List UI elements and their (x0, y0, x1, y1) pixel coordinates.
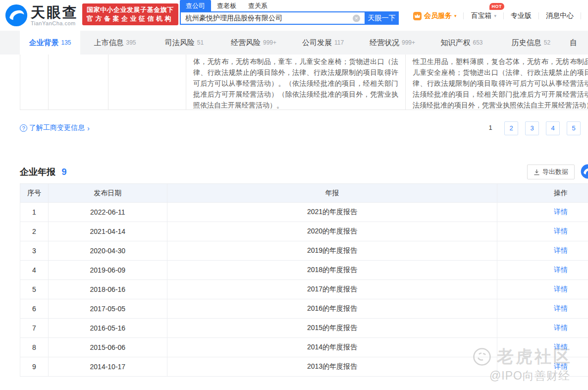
nav-tab-operation-status[interactable]: 经营状况999+ (358, 31, 427, 55)
nav-tab-operation-risk[interactable]: 经营风险999+ (219, 31, 288, 55)
detail-link[interactable]: 详情 (554, 208, 568, 217)
hot-badge: HOT (489, 3, 505, 10)
export-data-button[interactable]: 导出数据 (527, 165, 575, 179)
annual-report-table: 序号 发布日期 年报 操作 1 2022-06-11 2021的年度报告 详情 … (20, 183, 588, 377)
section-count: 9 (61, 167, 66, 177)
tianyancha-eye-icon (5, 4, 28, 27)
change-cell-empty (20, 55, 49, 110)
row-index: 7 (20, 319, 49, 337)
tab-search-boss[interactable]: 查老板 (211, 0, 242, 11)
menu-treasure-label: 百宝箱 (471, 11, 491, 20)
detail-link[interactable]: 详情 (554, 304, 568, 313)
detail-link[interactable]: 详情 (554, 343, 568, 352)
detail-link[interactable]: 详情 (554, 362, 568, 371)
table-row: 1 2022-06-11 2021的年度报告 详情 (20, 203, 588, 222)
main-content: 体，无纺布，无纺布制品，童车，儿童安全座椅；货物进出口（法律、行政法规禁止的项目… (0, 55, 588, 390)
tab-search-company[interactable]: 查公司 (180, 0, 211, 11)
row-index: 6 (20, 299, 49, 318)
crown-icon (413, 12, 422, 20)
change-cell-empty (49, 55, 108, 110)
menu-divider (463, 12, 464, 19)
annual-report-section-head: 企业年报 9 导出数据 (20, 166, 588, 184)
nav-tab-listing-info[interactable]: 上市信息395 (80, 31, 150, 55)
row-index: 1 (20, 203, 49, 222)
col-header-report: 年报 (167, 184, 497, 202)
change-cell-empty (108, 55, 186, 110)
caret-down-icon: ▾ (494, 13, 496, 18)
question-circle-icon: ? (20, 124, 27, 132)
row-index: 8 (20, 338, 49, 357)
table-row: 4 2019-06-09 2018的年度报告 详情 (20, 261, 588, 280)
col-header-index: 序号 (20, 184, 49, 202)
company-nav-tabs: 企业背景135 上市信息395 司法风险51 经营风险999+ 公司发展117 … (0, 31, 588, 55)
nav-tab-judicial-risk[interactable]: 司法风险51 (150, 31, 219, 55)
nav-tab-company-background[interactable]: 企业背景135 (20, 31, 80, 55)
page-4-button[interactable]: 4 (546, 121, 560, 135)
menu-divider (581, 12, 581, 19)
menu-pro-version[interactable]: 专业版 (511, 11, 532, 20)
row-report-name: 2019的年度报告 (167, 241, 497, 260)
menu-message-center[interactable]: 消息中心 (546, 11, 574, 20)
caret-down-icon: ▾ (454, 13, 457, 18)
row-date: 2015-06-06 (49, 338, 167, 357)
nav-tab-history-info[interactable]: 历史信息52 (496, 31, 566, 55)
certification-badge: 国家中小企业发展子基金旗下 官方备案企业征信机构 (82, 3, 178, 25)
top-header: 天眼查 TianYanCha.com 国家中小企业发展子基金旗下 官方备案企业征… (0, 0, 588, 31)
detail-link[interactable]: 详情 (554, 246, 568, 255)
search-input[interactable] (180, 11, 365, 25)
detail-link[interactable]: 详情 (554, 266, 568, 275)
nav-tab-intellectual-property[interactable]: 知识产权653 (427, 31, 496, 55)
detail-link[interactable]: 详情 (554, 324, 568, 333)
business-change-info-label: 了解工商变更信息 (29, 123, 85, 132)
search-button[interactable]: 天眼一下 (365, 11, 399, 25)
section-title: 企业年报 (20, 167, 55, 177)
table-header-row: 序号 发布日期 年报 操作 (20, 184, 588, 203)
row-index: 9 (20, 357, 49, 376)
row-report-name: 2020的年度报告 (167, 222, 497, 241)
nav-tab-company-development[interactable]: 公司发展117 (288, 31, 358, 55)
page-5-button[interactable]: 5 (567, 121, 581, 135)
row-report-name: 2016的年度报告 (167, 299, 497, 318)
menu-treasure-box[interactable]: HOT 百宝箱 ▾ (471, 11, 496, 20)
menu-divider (503, 12, 504, 19)
row-date: 2014-10-17 (49, 357, 167, 376)
floating-logo-button[interactable] (581, 164, 588, 179)
nav-tab-cutoff[interactable]: 自 (566, 31, 588, 55)
row-report-name: 2014的年度报告 (167, 338, 497, 357)
certification-badge-line2: 官方备案企业征信机构 (87, 14, 174, 23)
export-data-label: 导出数据 (542, 167, 568, 176)
tianyancha-logo[interactable]: 天眼查 TianYanCha.com (5, 4, 78, 27)
row-report-name: 2021的年度报告 (167, 203, 497, 222)
menu-vip-label: 会员服务 (424, 11, 452, 20)
row-index: 2 (20, 222, 49, 241)
page-current: 1 (483, 121, 497, 135)
menu-vip-services[interactable]: 会员服务 ▾ (413, 11, 457, 20)
row-date: 2020-04-30 (49, 241, 167, 260)
detail-link[interactable]: 详情 (554, 227, 568, 236)
row-date: 2018-06-16 (49, 280, 167, 299)
detail-link[interactable]: 详情 (554, 285, 568, 294)
col-header-action: 操作 (497, 184, 588, 202)
row-date: 2022-06-11 (49, 203, 167, 222)
row-index: 5 (20, 280, 49, 299)
page-2-button[interactable]: 2 (504, 121, 518, 135)
row-date: 2021-04-14 (49, 222, 167, 241)
business-change-info-link[interactable]: ? 了解工商变更信息 › (20, 123, 90, 132)
table-row: 2 2021-04-14 2020的年度报告 详情 (20, 222, 588, 241)
table-row: 9 2014-10-17 2013的年度报告 详情 (20, 357, 588, 377)
tab-search-relation[interactable]: 查关系 (242, 0, 273, 11)
change-before-text: 体，无纺布，无纺布制品，童车，儿童安全座椅；货物进出口（法律、行政法规禁止的项目… (186, 55, 406, 110)
business-change-table: 体，无纺布，无纺布制品，童车，儿童安全座椅；货物进出口（法律、行政法规禁止的项目… (20, 55, 588, 110)
change-footer-row: ? 了解工商变更信息 › 1 2 3 4 5 (20, 121, 581, 135)
clear-input-icon[interactable]: ✕ (353, 14, 360, 22)
menu-divider (538, 12, 539, 19)
row-report-name: 2013的年度报告 (167, 357, 497, 376)
page-3-button[interactable]: 3 (525, 121, 539, 135)
table-row: 8 2015-06-06 2014的年度报告 详情 (20, 338, 588, 357)
page: 天眼查 TianYanCha.com 国家中小企业发展子基金旗下 官方备案企业征… (0, 0, 588, 390)
brand-domain: TianYanCha.com (31, 20, 78, 26)
row-index: 4 (20, 261, 49, 279)
brand-name: 天眼查 (31, 5, 78, 20)
certification-badge-line1: 国家中小企业发展子基金旗下 (87, 5, 174, 14)
row-index: 3 (20, 241, 49, 260)
